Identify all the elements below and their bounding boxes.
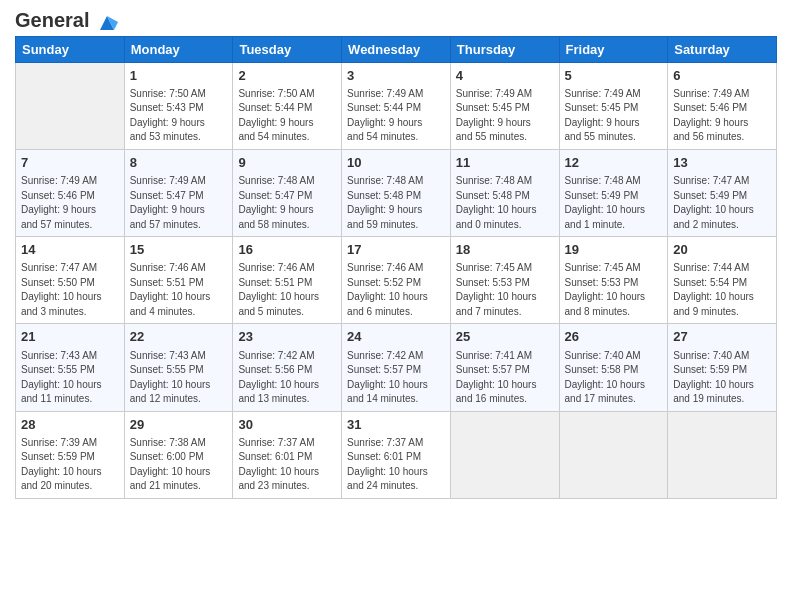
day-number: 30 bbox=[238, 416, 336, 434]
calendar-cell: 29Sunrise: 7:38 AM Sunset: 6:00 PM Dayli… bbox=[124, 411, 233, 498]
calendar-week-1: 1Sunrise: 7:50 AM Sunset: 5:43 PM Daylig… bbox=[16, 62, 777, 149]
day-info: Sunrise: 7:38 AM Sunset: 6:00 PM Dayligh… bbox=[130, 436, 228, 494]
main-container: General SundayMondayTuesdayWednesdayThur… bbox=[0, 0, 792, 509]
calendar-cell: 10Sunrise: 7:48 AM Sunset: 5:48 PM Dayli… bbox=[342, 149, 451, 236]
day-info: Sunrise: 7:42 AM Sunset: 5:57 PM Dayligh… bbox=[347, 349, 445, 407]
calendar-cell: 16Sunrise: 7:46 AM Sunset: 5:51 PM Dayli… bbox=[233, 237, 342, 324]
calendar-cell: 23Sunrise: 7:42 AM Sunset: 5:56 PM Dayli… bbox=[233, 324, 342, 411]
day-info: Sunrise: 7:39 AM Sunset: 5:59 PM Dayligh… bbox=[21, 436, 119, 494]
day-number: 21 bbox=[21, 328, 119, 346]
day-number: 25 bbox=[456, 328, 554, 346]
day-number: 9 bbox=[238, 154, 336, 172]
col-header-monday: Monday bbox=[124, 36, 233, 62]
calendar-cell: 27Sunrise: 7:40 AM Sunset: 5:59 PM Dayli… bbox=[668, 324, 777, 411]
calendar-cell bbox=[559, 411, 668, 498]
day-info: Sunrise: 7:42 AM Sunset: 5:56 PM Dayligh… bbox=[238, 349, 336, 407]
day-number: 29 bbox=[130, 416, 228, 434]
day-info: Sunrise: 7:49 AM Sunset: 5:47 PM Dayligh… bbox=[130, 174, 228, 232]
calendar-cell: 2Sunrise: 7:50 AM Sunset: 5:44 PM Daylig… bbox=[233, 62, 342, 149]
day-info: Sunrise: 7:37 AM Sunset: 6:01 PM Dayligh… bbox=[238, 436, 336, 494]
day-number: 14 bbox=[21, 241, 119, 259]
day-info: Sunrise: 7:49 AM Sunset: 5:46 PM Dayligh… bbox=[673, 87, 771, 145]
day-number: 15 bbox=[130, 241, 228, 259]
day-info: Sunrise: 7:48 AM Sunset: 5:48 PM Dayligh… bbox=[347, 174, 445, 232]
calendar-cell bbox=[16, 62, 125, 149]
day-info: Sunrise: 7:44 AM Sunset: 5:54 PM Dayligh… bbox=[673, 261, 771, 319]
calendar-cell: 1Sunrise: 7:50 AM Sunset: 5:43 PM Daylig… bbox=[124, 62, 233, 149]
day-number: 19 bbox=[565, 241, 663, 259]
day-number: 31 bbox=[347, 416, 445, 434]
day-info: Sunrise: 7:50 AM Sunset: 5:43 PM Dayligh… bbox=[130, 87, 228, 145]
logo-text: General bbox=[15, 10, 118, 34]
day-info: Sunrise: 7:41 AM Sunset: 5:57 PM Dayligh… bbox=[456, 349, 554, 407]
day-number: 4 bbox=[456, 67, 554, 85]
calendar-cell bbox=[668, 411, 777, 498]
col-header-saturday: Saturday bbox=[668, 36, 777, 62]
header: General bbox=[15, 10, 777, 32]
calendar-cell: 12Sunrise: 7:48 AM Sunset: 5:49 PM Dayli… bbox=[559, 149, 668, 236]
calendar-cell: 3Sunrise: 7:49 AM Sunset: 5:44 PM Daylig… bbox=[342, 62, 451, 149]
calendar-cell: 6Sunrise: 7:49 AM Sunset: 5:46 PM Daylig… bbox=[668, 62, 777, 149]
calendar-cell: 20Sunrise: 7:44 AM Sunset: 5:54 PM Dayli… bbox=[668, 237, 777, 324]
col-header-tuesday: Tuesday bbox=[233, 36, 342, 62]
day-number: 8 bbox=[130, 154, 228, 172]
calendar-cell: 22Sunrise: 7:43 AM Sunset: 5:55 PM Dayli… bbox=[124, 324, 233, 411]
day-number: 3 bbox=[347, 67, 445, 85]
calendar-table: SundayMondayTuesdayWednesdayThursdayFrid… bbox=[15, 36, 777, 499]
col-header-wednesday: Wednesday bbox=[342, 36, 451, 62]
calendar-cell: 4Sunrise: 7:49 AM Sunset: 5:45 PM Daylig… bbox=[450, 62, 559, 149]
day-info: Sunrise: 7:46 AM Sunset: 5:52 PM Dayligh… bbox=[347, 261, 445, 319]
logo-icon bbox=[96, 12, 118, 34]
calendar-cell: 25Sunrise: 7:41 AM Sunset: 5:57 PM Dayli… bbox=[450, 324, 559, 411]
calendar-cell: 7Sunrise: 7:49 AM Sunset: 5:46 PM Daylig… bbox=[16, 149, 125, 236]
day-number: 23 bbox=[238, 328, 336, 346]
day-info: Sunrise: 7:48 AM Sunset: 5:47 PM Dayligh… bbox=[238, 174, 336, 232]
day-info: Sunrise: 7:37 AM Sunset: 6:01 PM Dayligh… bbox=[347, 436, 445, 494]
day-number: 10 bbox=[347, 154, 445, 172]
day-number: 28 bbox=[21, 416, 119, 434]
calendar-cell: 14Sunrise: 7:47 AM Sunset: 5:50 PM Dayli… bbox=[16, 237, 125, 324]
day-info: Sunrise: 7:48 AM Sunset: 5:49 PM Dayligh… bbox=[565, 174, 663, 232]
day-info: Sunrise: 7:43 AM Sunset: 5:55 PM Dayligh… bbox=[21, 349, 119, 407]
day-info: Sunrise: 7:40 AM Sunset: 5:59 PM Dayligh… bbox=[673, 349, 771, 407]
logo: General bbox=[15, 10, 118, 32]
day-info: Sunrise: 7:46 AM Sunset: 5:51 PM Dayligh… bbox=[130, 261, 228, 319]
calendar-week-2: 7Sunrise: 7:49 AM Sunset: 5:46 PM Daylig… bbox=[16, 149, 777, 236]
day-info: Sunrise: 7:46 AM Sunset: 5:51 PM Dayligh… bbox=[238, 261, 336, 319]
day-number: 17 bbox=[347, 241, 445, 259]
day-info: Sunrise: 7:50 AM Sunset: 5:44 PM Dayligh… bbox=[238, 87, 336, 145]
day-info: Sunrise: 7:48 AM Sunset: 5:48 PM Dayligh… bbox=[456, 174, 554, 232]
day-info: Sunrise: 7:49 AM Sunset: 5:44 PM Dayligh… bbox=[347, 87, 445, 145]
calendar-cell: 31Sunrise: 7:37 AM Sunset: 6:01 PM Dayli… bbox=[342, 411, 451, 498]
day-info: Sunrise: 7:45 AM Sunset: 5:53 PM Dayligh… bbox=[565, 261, 663, 319]
col-header-sunday: Sunday bbox=[16, 36, 125, 62]
day-info: Sunrise: 7:47 AM Sunset: 5:49 PM Dayligh… bbox=[673, 174, 771, 232]
day-number: 6 bbox=[673, 67, 771, 85]
calendar-header-row: SundayMondayTuesdayWednesdayThursdayFrid… bbox=[16, 36, 777, 62]
calendar-cell: 21Sunrise: 7:43 AM Sunset: 5:55 PM Dayli… bbox=[16, 324, 125, 411]
calendar-cell: 28Sunrise: 7:39 AM Sunset: 5:59 PM Dayli… bbox=[16, 411, 125, 498]
day-number: 22 bbox=[130, 328, 228, 346]
calendar-cell bbox=[450, 411, 559, 498]
day-info: Sunrise: 7:43 AM Sunset: 5:55 PM Dayligh… bbox=[130, 349, 228, 407]
calendar-cell: 17Sunrise: 7:46 AM Sunset: 5:52 PM Dayli… bbox=[342, 237, 451, 324]
calendar-cell: 24Sunrise: 7:42 AM Sunset: 5:57 PM Dayli… bbox=[342, 324, 451, 411]
day-info: Sunrise: 7:49 AM Sunset: 5:45 PM Dayligh… bbox=[456, 87, 554, 145]
calendar-cell: 5Sunrise: 7:49 AM Sunset: 5:45 PM Daylig… bbox=[559, 62, 668, 149]
day-number: 16 bbox=[238, 241, 336, 259]
day-info: Sunrise: 7:49 AM Sunset: 5:46 PM Dayligh… bbox=[21, 174, 119, 232]
calendar-cell: 26Sunrise: 7:40 AM Sunset: 5:58 PM Dayli… bbox=[559, 324, 668, 411]
calendar-cell: 30Sunrise: 7:37 AM Sunset: 6:01 PM Dayli… bbox=[233, 411, 342, 498]
calendar-cell: 11Sunrise: 7:48 AM Sunset: 5:48 PM Dayli… bbox=[450, 149, 559, 236]
day-number: 18 bbox=[456, 241, 554, 259]
day-number: 13 bbox=[673, 154, 771, 172]
day-number: 27 bbox=[673, 328, 771, 346]
calendar-cell: 15Sunrise: 7:46 AM Sunset: 5:51 PM Dayli… bbox=[124, 237, 233, 324]
day-number: 12 bbox=[565, 154, 663, 172]
day-info: Sunrise: 7:47 AM Sunset: 5:50 PM Dayligh… bbox=[21, 261, 119, 319]
day-info: Sunrise: 7:40 AM Sunset: 5:58 PM Dayligh… bbox=[565, 349, 663, 407]
calendar-week-3: 14Sunrise: 7:47 AM Sunset: 5:50 PM Dayli… bbox=[16, 237, 777, 324]
col-header-thursday: Thursday bbox=[450, 36, 559, 62]
day-number: 2 bbox=[238, 67, 336, 85]
day-number: 5 bbox=[565, 67, 663, 85]
